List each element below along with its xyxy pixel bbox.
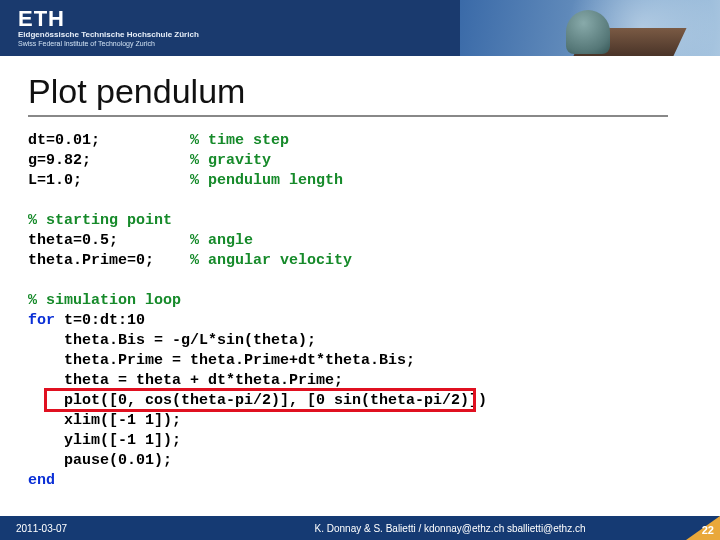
code-l11: theta = theta + dt*theta.Prime; (28, 372, 343, 389)
code-l7: % simulation loop (28, 292, 181, 309)
eth-subtitle-en: Swiss Federal Institute of Technology Zu… (18, 40, 155, 47)
slide: ETH Eidgenössische Technische Hochschule… (0, 0, 720, 540)
code-l1a: dt=0.01; (28, 132, 100, 149)
code-l8-kw: for (28, 312, 64, 329)
eth-logo: ETH (18, 6, 65, 32)
code-l6b: % angular velocity (190, 252, 352, 269)
code-l2b: % gravity (190, 152, 271, 169)
code-l6a: theta.Prime=0; (28, 252, 154, 269)
code-l14: ylim([-1 1]); (28, 432, 181, 449)
code-l5b: % angle (190, 232, 253, 249)
code-l10: theta.Prime = theta.Prime+dt*theta.Bis; (28, 352, 415, 369)
code-block: dt=0.01; % time step g=9.82; % gravity L… (0, 127, 720, 491)
code-l4: % starting point (28, 212, 172, 229)
code-l5a: theta=0.5; (28, 232, 118, 249)
eth-subtitle-de: Eidgenössische Technische Hochschule Zür… (18, 30, 199, 39)
code-l13: xlim([-1 1]); (28, 412, 181, 429)
footer: 2011-03-07 K. Donnay & S. Balietti / kdo… (0, 516, 720, 540)
code-l1b: % time step (190, 132, 289, 149)
header-banner: ETH Eidgenössische Technische Hochschule… (0, 0, 720, 56)
code-l3a: L=1.0; (28, 172, 82, 189)
code-l16: end (28, 472, 55, 489)
code-l12: plot([0, cos(theta-pi/2)], [0 sin(theta-… (28, 392, 487, 409)
code-l3b: % pendulum length (190, 172, 343, 189)
code-l8: t=0:dt:10 (64, 312, 145, 329)
code-l9: theta.Bis = -g/L*sin(theta); (28, 332, 316, 349)
footer-page-number: 22 (702, 524, 714, 536)
code-l15: pause(0.01); (28, 452, 172, 469)
title-wrap: Plot pendulum (0, 56, 720, 127)
footer-date: 2011-03-07 (0, 523, 180, 534)
footer-center: K. Donnay & S. Balietti / kdonnay@ethz.c… (180, 523, 720, 534)
header-dome-shape (566, 10, 610, 54)
slide-title: Plot pendulum (28, 72, 668, 117)
code-l2a: g=9.82; (28, 152, 91, 169)
